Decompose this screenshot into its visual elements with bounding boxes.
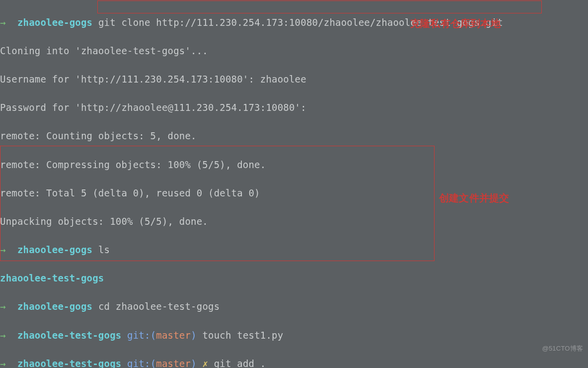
cmd-text: cd zhaoolee-test-gogs bbox=[98, 301, 220, 312]
watermark: @51CTO博客 bbox=[542, 342, 583, 356]
output-text: Unpacking objects: 100% (5/5), done. bbox=[0, 216, 208, 227]
prompt-dir: zhaoolee-gogs bbox=[17, 17, 92, 28]
output-text: remote: Total 5 (delta 0), reused 0 (del… bbox=[0, 187, 260, 198]
annotation-commit: 创建文件并提交 bbox=[439, 191, 509, 205]
git-branch: master bbox=[156, 330, 191, 341]
term-line: remote: Compressing objects: 100% (5/5),… bbox=[0, 158, 588, 172]
term-line: → zhaoolee-test-gogs git:(master) touch … bbox=[0, 328, 588, 343]
prompt-arrow-icon: → bbox=[0, 244, 6, 255]
paren-close: ) bbox=[191, 358, 197, 368]
term-line: Cloning into 'zhaoolee-test-gogs'... bbox=[0, 44, 588, 58]
prompt-arrow-icon: → bbox=[0, 17, 6, 28]
dirty-icon: ✗ bbox=[202, 358, 208, 368]
output-text: Password for 'http://zhaoolee@111.230.25… bbox=[0, 102, 306, 113]
git-branch: master bbox=[156, 358, 191, 368]
term-line: → zhaoolee-gogs ls bbox=[0, 243, 588, 257]
term-line: → zhaoolee-gogs cd zhaoolee-test-gogs bbox=[0, 299, 588, 314]
paren-open: ( bbox=[150, 358, 156, 368]
prompt-dir: zhaoolee-test-gogs bbox=[17, 358, 122, 368]
term-line: → zhaoolee-test-gogs git:(master) ✗ git … bbox=[0, 357, 588, 368]
annotation-clone: 克隆私有仓库到本地 bbox=[410, 16, 501, 31]
term-line: Password for 'http://zhaoolee@111.230.25… bbox=[0, 100, 588, 115]
cmd-text: touch test1.py bbox=[202, 330, 283, 341]
term-line: Unpacking objects: 100% (5/5), done. bbox=[0, 214, 588, 229]
prompt-arrow-icon: → bbox=[0, 301, 6, 312]
paren-close: ) bbox=[191, 330, 197, 341]
term-line: remote: Counting objects: 5, done. bbox=[0, 129, 588, 143]
cmd-text: git add . bbox=[214, 358, 266, 368]
cmd-text: ls bbox=[98, 244, 110, 255]
prompt-dir: zhaoolee-gogs bbox=[17, 244, 92, 255]
git-label: git: bbox=[127, 330, 150, 341]
paren-open: ( bbox=[150, 330, 156, 341]
output-text: remote: Compressing objects: 100% (5/5),… bbox=[0, 159, 266, 170]
prompt-dir: zhaoolee-test-gogs bbox=[17, 330, 122, 341]
output-text: remote: Counting objects: 5, done. bbox=[0, 130, 197, 141]
terminal-output: → zhaoolee-gogs git clone http://111.230… bbox=[0, 0, 588, 368]
prompt-arrow-icon: → bbox=[0, 330, 6, 341]
git-label: git: bbox=[127, 358, 150, 368]
prompt-arrow-icon: → bbox=[0, 358, 6, 368]
term-line: zhaoolee-test-gogs bbox=[0, 271, 588, 285]
prompt-dir: zhaoolee-gogs bbox=[17, 301, 92, 312]
term-line: Username for 'http://111.230.254.173:100… bbox=[0, 72, 588, 87]
output-text: Username for 'http://111.230.254.173:100… bbox=[0, 74, 306, 85]
output-text: Cloning into 'zhaoolee-test-gogs'... bbox=[0, 45, 208, 56]
ls-result: zhaoolee-test-gogs bbox=[0, 273, 104, 283]
